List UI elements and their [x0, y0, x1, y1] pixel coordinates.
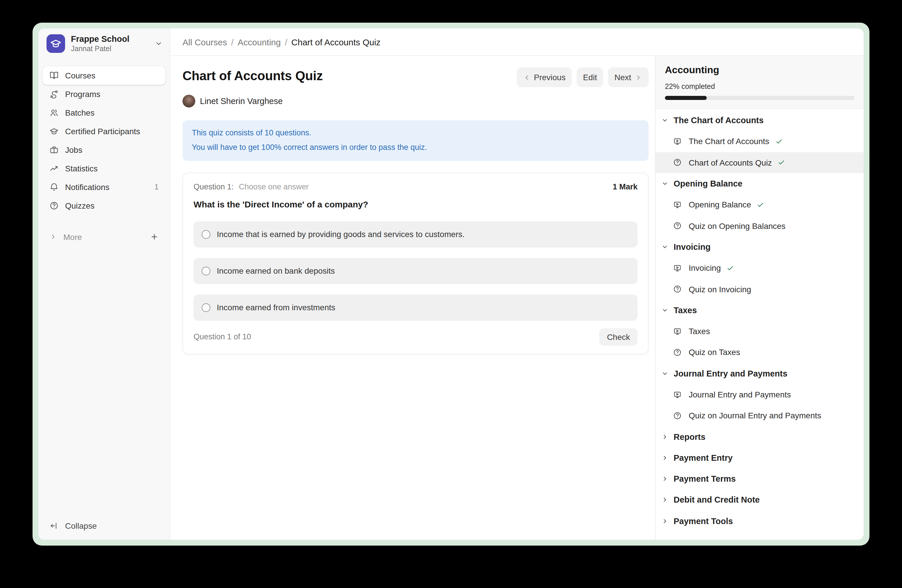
progress-bar-track — [665, 96, 854, 100]
collapse-left-icon — [49, 521, 59, 530]
chevron-right-icon — [661, 475, 669, 482]
chevron-right-icon — [661, 518, 669, 525]
outline-item-label: The Chart of Accounts — [689, 137, 769, 146]
section-title: Reports — [673, 432, 706, 441]
sidebar-item-programs[interactable]: Programs — [42, 85, 166, 103]
outline-item-quiz-on-opening-balances[interactable]: Quiz on Opening Balances — [656, 215, 864, 236]
help-circle-icon — [49, 201, 59, 210]
question-text: What is the 'Direct Income' of a company… — [194, 199, 637, 209]
sidebar-item-label: Courses — [65, 71, 95, 80]
outline-item-label: Chart of Accounts Quiz — [689, 158, 772, 167]
sidebar-nav: CoursesProgramsBatchesCertified Particip… — [38, 66, 170, 215]
more-label: More — [63, 232, 82, 242]
breadcrumb-item: Chart of Accounts Quiz — [291, 37, 381, 47]
school-name: Frappe School — [71, 34, 129, 44]
chevron-down-icon[interactable] — [155, 40, 163, 48]
sidebar-item-certified-participants[interactable]: Certified Participants — [42, 122, 166, 141]
option-label: Income earned from investments — [217, 303, 335, 312]
help-circle-icon — [673, 221, 682, 230]
outline-section-taxes[interactable]: Taxes — [656, 300, 864, 321]
sidebar-item-quizzes[interactable]: Quizzes — [42, 196, 166, 215]
outline-item-the-chart-of-accounts[interactable]: The Chart of Accounts — [656, 131, 864, 152]
next-button[interactable]: Next — [608, 67, 648, 87]
chevron-right-icon — [661, 496, 669, 504]
sidebar-item-jobs[interactable]: Jobs — [42, 141, 166, 159]
outline-section-the-chart-of-accounts[interactable]: The Chart of Accounts — [656, 110, 864, 131]
content-row: Chart of Accounts Quiz Previous Edit — [170, 56, 864, 540]
sidebar-item-more[interactable]: More — [42, 228, 166, 246]
outline-section-invoicing[interactable]: Invoicing — [656, 236, 864, 258]
outline-item-label: Opening Balance — [689, 200, 751, 210]
monitor-play-icon — [673, 263, 682, 272]
trending-up-icon — [49, 164, 59, 173]
school-switcher[interactable]: Frappe School Jannat Patel — [38, 28, 170, 53]
outline-item-opening-balance[interactable]: Opening Balance — [656, 194, 864, 215]
chevron-right-icon — [661, 433, 669, 440]
edit-button[interactable]: Edit — [576, 67, 603, 87]
monitor-play-icon — [673, 137, 682, 146]
outline-section-payment-terms[interactable]: Payment Terms — [656, 468, 864, 489]
chevron-down-icon — [661, 180, 669, 187]
outline-item-quiz-on-taxes[interactable]: Quiz on Taxes — [656, 342, 864, 363]
outline-item-invoicing[interactable]: Invoicing — [656, 257, 864, 278]
plus-icon[interactable] — [150, 233, 159, 241]
chevron-right-icon — [49, 233, 57, 241]
outline-section-payment-tools[interactable]: Payment Tools — [656, 510, 864, 532]
outline-item-label: Quiz on Invoicing — [689, 285, 751, 294]
radio-button[interactable] — [202, 267, 210, 275]
outline-item-journal-entry-and-payments[interactable]: Journal Entry and Payments — [656, 384, 864, 405]
bell-icon — [49, 183, 59, 192]
sidebar-item-statistics[interactable]: Statistics — [42, 159, 166, 178]
check-label: Check — [607, 332, 630, 342]
sidebar-item-label: Jobs — [65, 145, 82, 155]
section-title: Taxes — [673, 306, 697, 315]
sidebar-item-label: Notifications — [65, 183, 110, 192]
book-open-icon — [49, 71, 59, 80]
question-head: Question 1: Choose one answer 1 Mark — [194, 183, 637, 191]
radio-button[interactable] — [202, 230, 210, 239]
answer-option[interactable]: Income earned from investments — [194, 295, 637, 321]
app-window: Frappe School Jannat Patel CoursesProgra… — [38, 28, 864, 540]
previous-button[interactable]: Previous — [517, 67, 572, 87]
outline-item-quiz-on-journal-entry-and-payments[interactable]: Quiz on Journal Entry and Payments — [656, 405, 864, 426]
edit-label: Edit — [583, 73, 597, 82]
users-icon — [49, 108, 59, 117]
outline-section-journal-entry-and-payments[interactable]: Journal Entry and Payments — [656, 363, 864, 384]
outline-item-taxes[interactable]: Taxes — [656, 321, 864, 342]
breadcrumb-item[interactable]: All Courses — [183, 37, 227, 47]
outline-section-payment-entry[interactable]: Payment Entry — [656, 447, 864, 469]
course-outline-panel: Accounting 22% completed The Chart of Ac… — [655, 56, 864, 540]
notice-line: This quiz consists of 10 questions. — [192, 126, 639, 141]
outline-item-chart-of-accounts-quiz[interactable]: Chart of Accounts Quiz — [656, 152, 864, 173]
window-frame: Frappe School Jannat Patel CoursesProgra… — [33, 23, 869, 546]
quiz-header: Chart of Accounts Quiz Previous Edit — [183, 67, 648, 87]
breadcrumb-separator: / — [231, 37, 233, 47]
question-number-label: Question 1: — [194, 183, 233, 191]
sidebar-item-label: Programs — [65, 89, 100, 99]
monitor-play-icon — [673, 327, 682, 336]
outline-section-debit-and-credit-note[interactable]: Debit and Credit Note — [656, 489, 864, 511]
breadcrumb-item[interactable]: Accounting — [238, 37, 281, 47]
option-label: Income that is earned by providing goods… — [217, 230, 465, 239]
outline-item-quiz-on-invoicing[interactable]: Quiz on Invoicing — [656, 278, 864, 300]
outline-section-reports[interactable]: Reports — [656, 426, 864, 447]
sidebar-item-notifications[interactable]: Notifications1 — [42, 178, 166, 196]
author-avatar — [183, 95, 195, 108]
chevron-right-icon — [49, 233, 57, 241]
answer-option[interactable]: Income that is earned by providing goods… — [194, 221, 637, 247]
user-name: Jannat Patel — [71, 44, 129, 53]
collapse-sidebar-button[interactable]: Collapse — [42, 516, 166, 535]
sidebar-more-section: More — [38, 228, 170, 246]
sidebar-item-batches[interactable]: Batches — [42, 103, 166, 122]
check-icon — [778, 159, 785, 166]
option-label: Income earned on bank deposits — [217, 266, 335, 276]
answer-option[interactable]: Income earned on bank deposits — [194, 258, 637, 284]
help-circle-icon — [673, 158, 682, 167]
check-button[interactable]: Check — [600, 328, 637, 346]
outline-section-opening-balance[interactable]: Opening Balance — [656, 173, 864, 194]
course-progress-header: Accounting 22% completed — [656, 56, 864, 109]
radio-button[interactable] — [202, 303, 210, 312]
sidebar-item-courses[interactable]: Courses — [42, 66, 166, 85]
chevron-down-icon — [661, 370, 669, 377]
frappe-school-logo — [47, 34, 65, 53]
